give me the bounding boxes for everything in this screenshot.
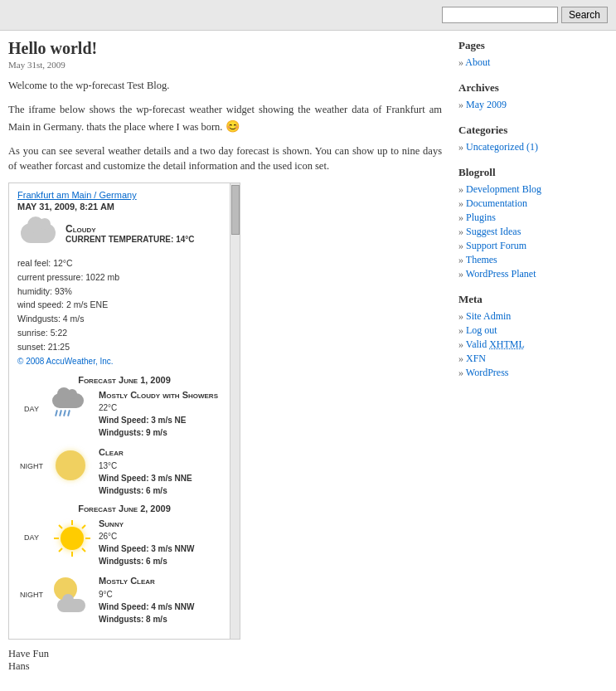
post-para-2: The iframe below shows the wp-forecast w…	[8, 102, 442, 135]
about-link[interactable]: About	[465, 56, 490, 68]
sidebar-item-xfn: XFN	[458, 352, 608, 366]
meta-heading: Meta	[458, 293, 608, 306]
f1-day-period: Day	[17, 388, 46, 413]
suggest-link[interactable]: Suggest Ideas	[466, 226, 521, 237]
svg-line-4	[59, 525, 62, 528]
docs-link[interactable]: Documentation	[466, 197, 527, 209]
forecast-1-day: Day Mostly C	[17, 388, 231, 440]
validxhtml-link[interactable]: Valid XHTML	[466, 338, 525, 350]
xfn-link[interactable]: XFN	[466, 353, 486, 364]
post-body: Welcome to the wp-forecast Test Blog. Th…	[8, 78, 442, 174]
accuweather-link[interactable]: © 2008 AccuWeather, Inc.	[17, 357, 114, 366]
blogroll-list: Development Blog Documentation Plugins S…	[458, 182, 608, 281]
cloud-icon	[17, 217, 59, 250]
sidebar-item-devblog: Development Blog	[458, 182, 608, 197]
f1-night-condition: Clear	[99, 445, 231, 460]
f2-day-temp: 26°C	[99, 530, 231, 543]
search-button[interactable]: Search	[561, 7, 608, 23]
sidebar-item-themes: Themes	[458, 253, 608, 267]
footer-line-1: Have Fun	[8, 648, 442, 660]
themes-link[interactable]: Themes	[466, 254, 497, 265]
may2009-link[interactable]: May 2009	[466, 99, 507, 110]
forecast-2-date: Forecast June 2, 2009	[17, 504, 231, 513]
plugins-link[interactable]: Plugins	[466, 212, 496, 223]
forecast-1-date: Forecast June 1, 2009	[17, 375, 231, 385]
f2-night-wind: Wind Speed: 4 m/s NNW	[99, 601, 231, 613]
sidebar-meta: Meta Site Admin Log out Valid XHTML XFN …	[458, 293, 608, 380]
f1-night-info: Clear 13°C Wind Speed: 3 m/s NNE Windgus…	[99, 445, 231, 497]
sunrise: sunrise: 5:22	[17, 326, 231, 340]
weather-description: Cloudy Current Temperature: 14°C	[65, 223, 231, 244]
smiley-emoji: 😊	[226, 120, 240, 133]
forecast-2-night: Night Mostly Clear 9°C Wind Speed: 4 m/s…	[17, 574, 231, 625]
pages-heading: Pages	[458, 39, 608, 52]
weather-widget: Frankfurt am Main / Germany May 31, 2009…	[8, 182, 240, 640]
uncategorized-link[interactable]: Uncategorized (1)	[466, 141, 538, 153]
weather-details: real feel: 12°C current pressure: 1022 m…	[17, 256, 231, 368]
sidebar-item-support: Support Forum	[458, 239, 608, 253]
mostly-clear-icon	[51, 574, 94, 617]
weather-datetime: May 31, 2009, 8:21 am	[17, 202, 231, 212]
post-title: Hello world!	[8, 39, 442, 58]
pressure: current pressure: 1022 mb	[17, 270, 231, 285]
f1-day-condition: Mostly Cloudy with Showers	[99, 388, 231, 402]
post-para-3: As you can see several weather details a…	[8, 144, 442, 175]
sidebar-item-uncategorized: Uncategorized (1)	[458, 140, 608, 154]
f2-day-period: Day	[17, 517, 46, 542]
search-input[interactable]	[442, 7, 558, 23]
siteadmin-link[interactable]: Site Admin	[466, 310, 511, 322]
sidebar-categories: Categories Uncategorized (1)	[458, 124, 608, 154]
sunny-icon	[51, 517, 94, 560]
sidebar-item-suggest: Suggest Ideas	[458, 225, 608, 239]
sun-rays-svg	[51, 517, 94, 560]
f2-night-gusts: Windgusts: 8 m/s	[99, 613, 231, 625]
f2-night-info: Mostly Clear 9°C Wind Speed: 4 m/s NNW W…	[99, 574, 231, 625]
forecast-2-day: Day	[17, 517, 231, 568]
real-feel: real feel: 12°C	[17, 256, 231, 270]
f1-day-wind: Wind Speed: 3 m/s NE	[99, 414, 231, 426]
weather-current: Cloudy Current Temperature: 14°C	[17, 217, 231, 250]
temp-label: Current Temperature: 14°C	[65, 235, 231, 244]
f2-day-info: Sunny 26°C Wind Speed: 3 m/s NNW Windgus…	[99, 517, 231, 568]
scrollbar-thumb[interactable]	[231, 185, 240, 235]
sunset: sunset: 21:25	[17, 340, 231, 354]
sidebar-item-siteadmin: Site Admin	[458, 309, 608, 324]
main-column: Hello world! May 31st, 2009 Welcome to t…	[8, 39, 442, 673]
f1-night-period: Night	[17, 445, 46, 470]
humidity: humidity: 93%	[17, 285, 231, 299]
post-date: May 31st, 2009	[8, 60, 442, 70]
sidebar-item-plugins: Plugins	[458, 211, 608, 225]
svg-line-6	[82, 525, 85, 528]
weather-location: Frankfurt am Main / Germany	[17, 190, 231, 200]
sidebar-item-docs: Documentation	[458, 197, 608, 211]
wordpress-link[interactable]: WordPress	[466, 367, 509, 378]
sidebar-item-may2009: May 2009	[458, 98, 608, 112]
content-area: Hello world! May 31st, 2009 Welcome to t…	[0, 31, 616, 681]
meta-list: Site Admin Log out Valid XHTML XFN WordP…	[458, 309, 608, 380]
sidebar-pages: Pages About	[458, 39, 608, 70]
wpplanet-link[interactable]: WordPress Planet	[466, 268, 536, 280]
logout-link[interactable]: Log out	[466, 324, 497, 336]
f2-day-wind: Wind Speed: 3 m/s NNW	[99, 543, 231, 555]
f2-night-temp: 9°C	[99, 588, 231, 601]
widget-scrollbar[interactable]	[230, 183, 240, 639]
devblog-link[interactable]: Development Blog	[466, 183, 541, 195]
f2-night-condition: Mostly Clear	[99, 574, 231, 588]
f1-night-gusts: Windgusts: 6 m/s	[99, 484, 231, 497]
weather-condition: Cloudy	[65, 223, 231, 235]
categories-list: Uncategorized (1)	[458, 140, 608, 154]
pages-list: About	[458, 56, 608, 70]
sidebar-item-wpplanet: WordPress Planet	[458, 267, 608, 281]
header: Search	[0, 0, 616, 31]
archives-heading: Archives	[458, 81, 608, 95]
post-para-1: Welcome to the wp-forecast Test Blog.	[8, 78, 442, 94]
f2-day-gusts: Windgusts: 6 m/s	[99, 555, 231, 567]
f1-day-gusts: Windgusts: 9 m/s	[99, 426, 231, 439]
footer-line-2: Hans	[8, 660, 442, 673]
categories-heading: Categories	[458, 124, 608, 137]
archives-list: May 2009	[458, 98, 608, 112]
support-link[interactable]: Support Forum	[466, 240, 526, 251]
sidebar: Pages About Archives May 2009 Catego	[458, 39, 608, 673]
weather-location-link[interactable]: Frankfurt am Main / Germany	[17, 190, 137, 200]
forecast-2-section: Forecast June 2, 2009 Day	[17, 504, 231, 625]
